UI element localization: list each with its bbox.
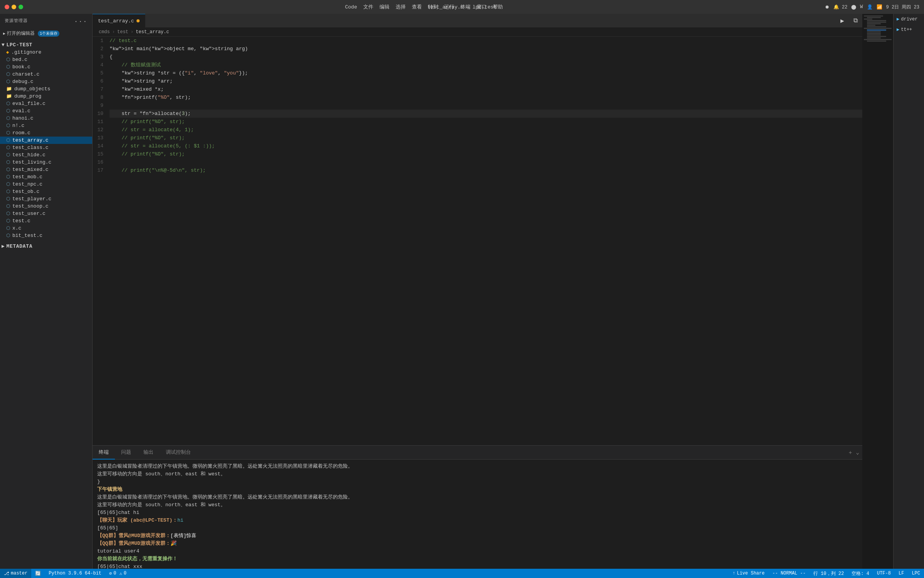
tree-item--gitignore[interactable]: ◆.gitignore — [0, 49, 92, 56]
status-normal-mode[interactable]: -- NORMAL -- — [769, 569, 809, 578]
status-live-share[interactable]: ↑ Live Share — [729, 569, 769, 578]
line-num-4: 4 — [96, 61, 103, 69]
code-line-6[interactable]: "kw">string *arr; — [110, 77, 862, 85]
code-line-16[interactable] — [110, 158, 862, 166]
menu-view[interactable]: 查看 — [412, 3, 422, 10]
panel: 终端 问题 输出 调试控制台 ＋ ⌄ 这里是白银城冒险者清理过的下午镇营地。微弱… — [93, 445, 862, 569]
line-num-16: 16 — [96, 158, 103, 166]
warning-icon: ⚠ — [119, 571, 122, 576]
branch-name: master — [11, 571, 27, 576]
sidebar-menu-button[interactable]: ... — [74, 17, 88, 24]
line-ending-label: LF — [899, 571, 904, 576]
code-line-17[interactable]: // printf("\n%@-5d\n", str); — [110, 166, 862, 174]
maximize-button[interactable] — [19, 5, 23, 9]
status-language[interactable]: LPC — [908, 569, 924, 578]
code-line-9[interactable] — [110, 101, 862, 110]
tree-item-test_ob-c[interactable]: ⬡test_ob.c — [0, 188, 92, 195]
minimize-button[interactable] — [12, 5, 16, 9]
panel-tab-problems[interactable]: 问题 — [115, 446, 137, 460]
panel-tab-terminal[interactable]: 终端 — [93, 446, 115, 460]
menu-file[interactable]: 文件 — [363, 3, 373, 10]
code-line-8[interactable]: "fn">printf("%O", str); — [110, 93, 862, 101]
line-num-15: 15 — [96, 150, 103, 158]
status-line-ending[interactable]: LF — [895, 569, 908, 578]
tree-item-test_hide-c[interactable]: ⬡test_hide.c — [0, 151, 92, 159]
status-encoding[interactable]: UTF-8 — [873, 569, 895, 578]
terminal-content[interactable]: 这里是白银城冒险者清理过的下午镇营地。微弱的篝火照亮了黑暗。远处篝火无法照亮的黑… — [93, 460, 862, 569]
panel-tab-debug[interactable]: 调试控制台 — [160, 446, 197, 460]
tree-item-dump_prog[interactable]: 📁dump_prog — [0, 93, 92, 100]
tree-item-hanoi-c[interactable]: ⬡hanoi.c — [0, 115, 92, 122]
tree-item-bed-c[interactable]: ⬡bed.c — [0, 56, 92, 63]
tree-item-test_npc-c[interactable]: ⬡test_npc.c — [0, 181, 92, 188]
code-line-3[interactable]: { — [110, 53, 862, 61]
code-line-5[interactable]: "kw">string *str = ({"i", "love", "you"}… — [110, 69, 862, 77]
tab-label: test_array.c — [98, 18, 134, 24]
code-editor[interactable]: 1234567891011121314151617 // test.c"kw">… — [93, 37, 862, 445]
tree-item-test_user-c[interactable]: ⬡test_user.c — [0, 210, 92, 217]
open-editors-header[interactable]: ▶ 打开的编辑器 1个未保存 — [0, 29, 92, 38]
right-label-driver: driver — [901, 17, 917, 22]
tree-item-test_mob-c[interactable]: ⬡test_mob.c — [0, 173, 92, 181]
tree-item-debug-c[interactable]: ⬡debug.c — [0, 78, 92, 85]
tree-item-x-c[interactable]: ⬡x.c — [0, 225, 92, 232]
menu-code[interactable]: Code — [345, 4, 357, 10]
tree-item-eval_file-c[interactable]: ⬡eval_file.c — [0, 100, 92, 107]
file-icon-test.c: ⬡ — [6, 218, 10, 224]
line-num-6: 6 — [96, 77, 103, 85]
code-line-7[interactable]: "kw">mixed *x; — [110, 85, 862, 93]
status-errors[interactable]: ⊘ 0 ⚠ 0 — [105, 569, 130, 578]
code-line-11[interactable]: // printf("%O", str); — [110, 118, 862, 126]
tree-item-dump_objects[interactable]: 📁dump_objects — [0, 85, 92, 93]
tree-item-charset-c[interactable]: ⬡charset.c — [0, 71, 92, 78]
breadcrumb-file[interactable]: test_array.c — [136, 29, 169, 35]
tree-item-book-c[interactable]: ⬡book.c — [0, 63, 92, 71]
code-line-14[interactable]: // str = allocate(5, (: $1 :)); — [110, 142, 862, 150]
code-line-13[interactable]: // printf("%O", str); — [110, 134, 862, 142]
tree-item-room-c[interactable]: ⬡room.c — [0, 129, 92, 137]
right-item-driver[interactable]: ▶ driver — [894, 14, 924, 24]
status-line-col[interactable]: 行 10，列 22 — [809, 569, 848, 578]
code-line-2[interactable]: "kw">int main("kw">object me, "kw">strin… — [110, 45, 862, 53]
breadcrumb-test[interactable]: test — [117, 29, 128, 35]
code-line-4[interactable]: // 数组赋值测试 — [110, 61, 862, 69]
code-line-10[interactable]: str = "fn">allocate(3); — [110, 110, 862, 118]
tree-item-test_player-c[interactable]: ⬡test_player.c — [0, 195, 92, 203]
metadata-chevron: ▶ — [2, 243, 5, 249]
run-button[interactable]: ▶ — [836, 17, 849, 25]
line-num-1: 1 — [96, 37, 103, 45]
tree-item-bit_test-c[interactable]: ⬡bit_test.c — [0, 232, 92, 239]
tree-item-test_living-c[interactable]: ⬡test_living.c — [0, 159, 92, 166]
tree-item-test_snoop-c[interactable]: ⬡test_snoop.c — [0, 203, 92, 210]
project-chevron: ▼ — [2, 42, 5, 48]
file-icon-test_ob.c: ⬡ — [6, 189, 10, 194]
status-branch[interactable]: ⎇ master — [0, 569, 31, 578]
breadcrumb-cmds[interactable]: cmds — [99, 29, 110, 35]
status-spaces[interactable]: 空格: 4 — [848, 569, 873, 578]
code-line-15[interactable]: // printf("%O", str); — [110, 150, 862, 158]
tree-item-test_class-c[interactable]: ⬡test_class.c — [0, 144, 92, 151]
tree-item-eval-c[interactable]: ⬡eval.c — [0, 107, 92, 115]
status-sync[interactable]: 🔄 — [31, 569, 45, 578]
file-name: bit_test.c — [12, 233, 42, 238]
project-root[interactable]: ▼ LPC-TEST — [0, 41, 92, 49]
split-button[interactable]: ⧉ — [849, 17, 862, 24]
status-python[interactable]: Python 3.9.6 64-bit — [45, 569, 105, 578]
tree-item-test_mixed-c[interactable]: ⬡test_mixed.c — [0, 166, 92, 173]
tree-item-n!-c[interactable]: ⬡n!.c — [0, 122, 92, 129]
close-button[interactable] — [5, 5, 9, 9]
menu-edit[interactable]: 编辑 — [379, 3, 389, 10]
metadata-section[interactable]: ▶ METADATA — [0, 242, 92, 250]
file-name: dump_prog — [14, 93, 41, 99]
tree-item-test_array-c[interactable]: ⬡test_array.c — [0, 137, 92, 144]
right-item-ttpp[interactable]: ▶ tt++ — [894, 24, 924, 35]
panel-tab-output[interactable]: 输出 — [137, 446, 160, 460]
code-line-1[interactable]: // test.c — [110, 37, 862, 45]
menu-select[interactable]: 选择 — [396, 3, 406, 10]
tree-item-test-c[interactable]: ⬡test.c — [0, 217, 92, 225]
code-lines[interactable]: // test.c"kw">int main("kw">object me, "… — [106, 37, 862, 445]
new-terminal-icon[interactable]: ＋ — [848, 449, 853, 456]
panel-split-icon[interactable]: ⌄ — [856, 449, 859, 456]
code-line-12[interactable]: // str = allocate(4, 1); — [110, 126, 862, 134]
tab-test-array[interactable]: test_array.c — [93, 14, 145, 28]
